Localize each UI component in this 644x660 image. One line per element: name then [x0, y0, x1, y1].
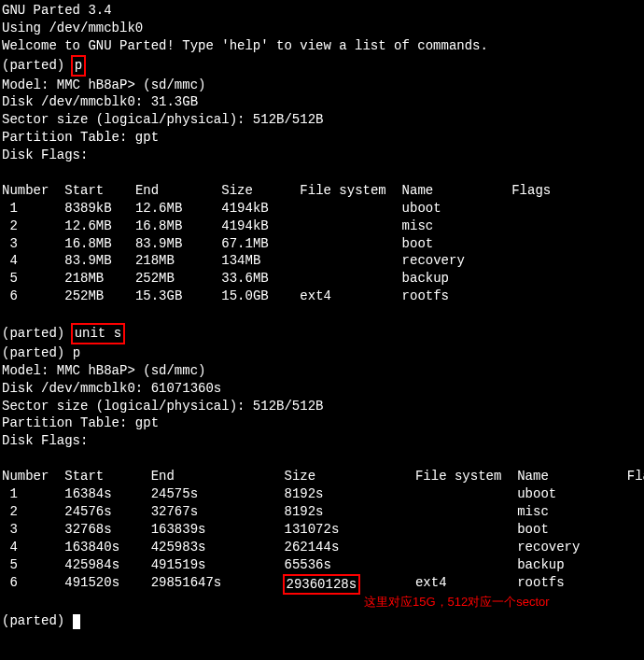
- table-row: 116384s24575s8192suboot: [2, 485, 644, 503]
- blank-line: [2, 164, 642, 182]
- highlight-size-29360128s: 29360128s: [283, 574, 361, 596]
- cmd-p: p: [75, 58, 82, 73]
- prompt-line-2[interactable]: (parted) unit s: [2, 323, 642, 344]
- model-line-2: Model: MMC hB8aP> (sd/mmc): [2, 362, 642, 380]
- col-flags: Flags: [511, 182, 551, 200]
- table-row: 5218MB252MB33.6MBbackup: [2, 270, 551, 288]
- col-end: End: [135, 182, 182, 200]
- annotation-note: 这里对应15G，512对应一个sector: [364, 594, 550, 611]
- col-number: Number: [2, 182, 49, 200]
- sector-size-line: Sector size (logical/physical): 512B/512…: [2, 111, 642, 129]
- disk-line-2: Disk /dev/mmcblk0: 61071360s: [2, 380, 642, 398]
- disk-flags-line: Disk Flags:: [2, 147, 642, 164]
- app-title: GNU Parted 3.4: [2, 2, 642, 20]
- table-row: 316.8MB83.9MB67.1MBboot: [2, 235, 551, 253]
- disk-flags-line-2: Disk Flags:: [2, 432, 642, 450]
- table-row: 18389kB12.6MB4194kBuboot: [2, 200, 551, 218]
- terminal-cursor-icon: [73, 614, 80, 629]
- partition-table-line: Partition Table: gpt: [2, 129, 642, 147]
- table-row: 224576s32767s8192smisc: [2, 503, 644, 521]
- table-row: 332768s163839s131072sboot: [2, 521, 644, 539]
- col-number: Number: [2, 468, 49, 485]
- table-header-row: Number Start End Size File system Name F…: [2, 182, 551, 200]
- parted-prompt: (parted): [2, 344, 73, 362]
- col-size: Size: [285, 468, 361, 485]
- prompt-line-1[interactable]: (parted) p: [2, 55, 642, 77]
- col-fs: File system: [300, 182, 385, 200]
- col-name: Name: [517, 468, 580, 485]
- blank-line: [2, 305, 642, 323]
- table-row: 4163840s425983s262144srecovery: [2, 539, 644, 556]
- col-fs: File system: [415, 468, 501, 485]
- col-size: Size: [221, 182, 268, 200]
- col-flags: Flags: [627, 468, 644, 485]
- sector-size-line-2: Sector size (logical/physical): 512B/512…: [2, 398, 642, 415]
- parted-prompt: (parted): [2, 57, 73, 75]
- highlight-cmd-p: p: [71, 55, 86, 77]
- table-header-row: Number Start End Size File system Name F…: [2, 468, 644, 485]
- table-row: 5425984s491519s65536sbackup: [2, 556, 644, 574]
- col-start: Start: [64, 182, 111, 200]
- cmd-unit-s: unit s: [75, 326, 121, 341]
- prompt-line-3[interactable]: (parted) p: [2, 344, 642, 362]
- col-name: Name: [402, 182, 465, 200]
- prompt-final[interactable]: (parted): [2, 612, 642, 630]
- parted-prompt: (parted): [2, 612, 73, 630]
- using-device: Using /dev/mmcblk0: [2, 20, 642, 37]
- table-row: 6252MB15.3GB15.0GBext4rootfs: [2, 288, 551, 305]
- model-line: Model: MMC hB8aP> (sd/mmc): [2, 77, 642, 94]
- partition-table-2: Number Start End Size File system Name F…: [2, 468, 644, 595]
- table-row: 6491520s29851647s29360128sext4rootfs: [2, 574, 644, 596]
- parted-prompt: (parted): [2, 325, 73, 343]
- partition-table-line-2: Partition Table: gpt: [2, 414, 642, 432]
- cmd-p-2: p: [73, 344, 80, 362]
- table-row: 212.6MB16.8MB4194kBmisc: [2, 218, 551, 235]
- welcome-message: Welcome to GNU Parted! Type 'help' to vi…: [2, 37, 642, 55]
- highlight-cmd-unit-s: unit s: [71, 323, 125, 344]
- col-start: Start: [64, 468, 119, 485]
- disk-line: Disk /dev/mmcblk0: 31.3GB: [2, 93, 642, 111]
- col-end: End: [151, 468, 222, 485]
- partition-table-1: Number Start End Size File system Name F…: [2, 182, 551, 305]
- blank-line: [2, 450, 642, 468]
- table-row: 483.9MB218MB134MBrecovery: [2, 252, 551, 270]
